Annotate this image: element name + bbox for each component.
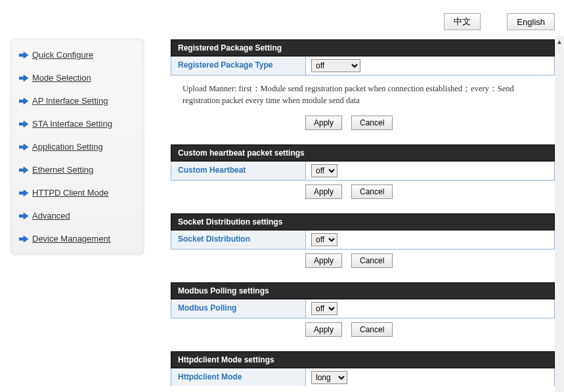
apply-button[interactable]: Apply [305,322,342,337]
setting-label: Modbus Polling [171,299,306,318]
button-row: Apply Cancel [171,112,555,137]
socket-distribution-select[interactable]: off [311,233,337,246]
language-bar: 中文 English [444,13,555,30]
arrow-right-icon [19,166,28,174]
setting-value: off [306,299,554,318]
arrow-right-icon [19,74,28,82]
cancel-button[interactable]: Cancel [351,185,393,199]
setting-label: Custom Heartbeat [171,162,306,180]
cancel-button[interactable]: Cancel [351,116,393,130]
sidebar-item-label: AP Interface Setting [32,96,108,106]
section-header: Httpdclient Mode settings [171,351,555,368]
setting-value: off [306,56,554,75]
httpdclient-mode-select[interactable]: long [311,371,347,384]
modbus-polling-select[interactable]: off [311,302,337,315]
arrow-right-icon [19,51,28,59]
arrow-right-icon [19,97,28,105]
setting-value: off [306,162,554,180]
setting-row: Registered Package Type off [171,56,555,76]
sidebar: Quick Configure Mode Selection AP Interf… [10,38,144,255]
sidebar-item-advanced[interactable]: Advanced [19,211,138,221]
section-header: Custom heartbeat packet settings [171,144,555,162]
setting-label: Registered Package Type [171,56,306,75]
sidebar-item-httpd-client[interactable]: HTTPD Client Mode [19,188,138,198]
arrow-right-icon [19,120,28,128]
section-header: Modbus Polling settings [171,282,555,299]
lang-cn-button[interactable]: 中文 [444,13,481,30]
sidebar-item-label: STA Interface Setting [32,119,112,129]
sidebar-item-application[interactable]: Application Setting [19,142,138,152]
upload-manner-note: Upload Manner: first：Module send registr… [171,76,555,112]
setting-row: Custom Heartbeat off [171,162,555,181]
apply-button[interactable]: Apply [305,253,342,268]
custom-heartbeat-select[interactable]: off [311,164,337,177]
scroll-up-icon[interactable]: ▲ [555,36,564,47]
sidebar-item-sta-interface[interactable]: STA Interface Setting [19,119,138,129]
sidebar-item-label: Ethernet Setting [32,165,93,175]
setting-value: off [306,230,554,249]
sidebar-item-label: Application Setting [32,142,103,152]
sidebar-item-ethernet[interactable]: Ethernet Setting [19,165,138,175]
section-registered-package: Registered Package Setting Registered Pa… [171,39,555,137]
sidebar-item-label: Advanced [32,211,70,221]
sidebar-item-label: Mode Selection [32,73,91,83]
sidebar-item-quick-configure[interactable]: Quick Configure [19,50,138,60]
setting-row: Socket Distribution off [171,230,555,250]
apply-button[interactable]: Apply [305,185,342,199]
section-header: Registered Package Setting [171,39,555,56]
sidebar-item-ap-interface[interactable]: AP Interface Setting [19,96,138,106]
setting-value: long [306,368,554,386]
cancel-button[interactable]: Cancel [351,322,393,337]
setting-row: Modbus Polling off [171,299,555,318]
button-row: Apply Cancel [171,250,555,274]
registered-package-type-select[interactable]: off [311,59,360,72]
cancel-button[interactable]: Cancel [351,253,393,268]
sidebar-item-device-management[interactable]: Device Management [19,234,138,244]
main-panel: Registered Package Setting Registered Pa… [144,32,555,386]
scrollbar[interactable]: ▲ [555,36,564,392]
button-row: Apply Cancel [171,318,555,343]
content-wrap: Quick Configure Mode Selection AP Interf… [3,32,555,392]
arrow-right-icon [19,212,28,220]
section-socket-distribution: Socket Distribution settings Socket Dist… [171,213,555,274]
section-modbus-polling: Modbus Polling settings Modbus Polling o… [171,282,555,343]
section-custom-heartbeat: Custom heartbeat packet settings Custom … [171,144,555,206]
setting-label: Httpdclient Mode [171,368,306,386]
sidebar-item-mode-selection[interactable]: Mode Selection [19,73,138,83]
sidebar-item-label: HTTPD Client Mode [32,188,108,198]
sidebar-item-label: Device Management [32,234,110,244]
button-row: Apply Cancel [171,181,555,206]
arrow-right-icon [19,235,28,243]
arrow-right-icon [19,143,28,151]
lang-en-button[interactable]: English [507,13,555,30]
apply-button[interactable]: Apply [305,116,342,130]
setting-row: Httpdclient Mode long [171,368,555,386]
section-httpdclient-mode: Httpdclient Mode settings Httpdclient Mo… [171,351,555,386]
section-header: Socket Distribution settings [171,213,555,230]
setting-label: Socket Distribution [171,230,306,249]
sidebar-item-label: Quick Configure [32,50,93,60]
arrow-right-icon [19,189,28,197]
